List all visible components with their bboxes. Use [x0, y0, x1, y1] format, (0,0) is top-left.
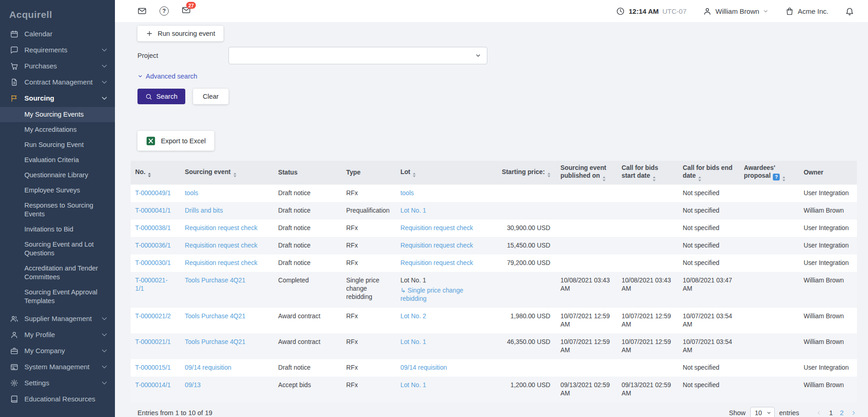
sort-icon [413, 173, 416, 178]
lot-link[interactable]: tools [400, 190, 414, 197]
advanced-search-toggle[interactable]: Advanced search [137, 73, 197, 80]
lot-link[interactable]: Requisition request check [400, 242, 473, 249]
sidebar-item-sourcing[interactable]: Sourcing [0, 90, 115, 106]
sourcing-event-link[interactable]: Tools Purchase 4Q21 [185, 338, 246, 345]
sourcing-event-number-link[interactable]: T-0000021/1 [135, 338, 171, 345]
cell-price [494, 185, 556, 202]
column-header-start[interactable]: Call for bids start date [617, 161, 678, 185]
column-header-price[interactable]: Starting price: [494, 161, 556, 185]
inbox-button[interactable]: 27 [182, 6, 191, 17]
sidebar-item-educational-resources[interactable]: Educational Resources [0, 391, 115, 407]
chevron-down-icon [763, 8, 769, 14]
sourcing-event-number-link[interactable]: T-0000049/1 [135, 190, 171, 197]
sourcing-event-link[interactable]: tools [185, 190, 198, 197]
cell-no: T-0000021/1 [131, 333, 180, 359]
cell-published [556, 359, 617, 377]
help-icon[interactable]: ? [160, 6, 169, 16]
clear-button[interactable]: Clear [193, 89, 228, 104]
sourcing-event-link[interactable]: Drills and bits [185, 207, 223, 214]
cell-status: Award contract [274, 308, 342, 333]
lot-link[interactable]: Requisition request check [400, 225, 473, 231]
cell-end: 10/07/2021 03:54 AM [678, 308, 739, 333]
sidebar-subitem-my-sourcing-events[interactable]: My Sourcing Events [0, 107, 115, 122]
company-name: Acme Inc. [798, 7, 828, 15]
column-header-lot[interactable]: Lot [396, 161, 494, 185]
next-page-button[interactable] [851, 410, 857, 416]
column-header-published[interactable]: Sourcing event published on [556, 161, 617, 185]
cell-no: T-0000030/1 [131, 254, 180, 272]
sidebar-item-purchases[interactable]: Purchases [0, 58, 115, 74]
export-to-excel-button[interactable]: Export to Excel [137, 131, 214, 151]
cell-price: 15,450.00 USD [494, 237, 556, 254]
sourcing-event-number-link[interactable]: T-0000041/1 [135, 207, 171, 214]
sourcing-event-number-link[interactable]: T-0000038/1 [135, 225, 171, 231]
sidebar-item-contract-management[interactable]: Contract Management [0, 74, 115, 90]
sidebar-subitem-my-accreditations[interactable]: My Accreditations [0, 122, 115, 137]
cell-start: 10/08/2021 03:43 AM [617, 272, 678, 308]
sidebar-item-settings[interactable]: Settings [0, 375, 115, 391]
page-button-1[interactable]: 1 [829, 409, 833, 417]
column-header-no[interactable]: No. [131, 161, 180, 185]
sidebar-subitem-responses-to-sourcing-events[interactable]: Responses to Sourcing Events [0, 198, 115, 222]
sourcing-event-number-link[interactable]: T-0000015/1 [135, 364, 171, 371]
cell-lot: Lot No. 2 [396, 308, 494, 333]
cell-start: 10/07/2021 12:59 AM [617, 333, 678, 359]
sidebar-subitem-evaluation-criteria[interactable]: Evaluation Criteria [0, 152, 115, 168]
sourcing-event-link[interactable]: 09/14 requisition [185, 364, 231, 371]
sidebar-item-system-management[interactable]: System Management [0, 359, 115, 375]
sidebar-item-requirements[interactable]: Requirements [0, 42, 115, 58]
sidebar-subitem-sourcing-event-and-lot-questions[interactable]: Sourcing Event and Lot Questions [0, 237, 115, 261]
clock-display: 12:14 AM UTC-07 [616, 7, 686, 16]
sidebar-subitem-invitations-to-bid[interactable]: Invitations to Bid [0, 222, 115, 237]
bell-icon[interactable] [845, 6, 854, 16]
help-icon[interactable]: ? [773, 174, 780, 180]
pagination-controls: Show 10 entries 12 [729, 407, 857, 417]
sidebar-subitem-run-sourcing-event[interactable]: Run Sourcing Event [0, 137, 115, 152]
lot-link[interactable]: Requisition request check [400, 259, 473, 266]
timezone: UTC-07 [662, 7, 687, 15]
sidebar-subitem-sourcing-event-approval-templates[interactable]: Sourcing Event Approval Templates [0, 285, 115, 309]
column-header-end[interactable]: Call for bids end date [678, 161, 739, 185]
main-area: ? 27 12:14 AM UTC-07 [115, 0, 868, 417]
column-header-event[interactable]: Sourcing event [180, 161, 274, 185]
cell-start [617, 254, 678, 272]
user-menu[interactable]: William Brown [703, 7, 769, 16]
sourcing-event-link[interactable]: Requisition request check [185, 242, 257, 249]
sourcing-event-number-link[interactable]: T-0000014/1 [135, 382, 171, 389]
sidebar-item-my-profile[interactable]: My Profile [0, 327, 115, 343]
company-menu[interactable]: Acme Inc. [785, 7, 828, 16]
sourcing-event-number-link[interactable]: T-0000021/2 [135, 313, 171, 320]
page-button-2[interactable]: 2 [840, 409, 844, 417]
sourcing-event-number-link[interactable]: T-0000030/1 [135, 259, 171, 266]
sourcing-event-link[interactable]: Requisition request check [185, 225, 257, 231]
sidebar-item-supplier-management[interactable]: Supplier Management [0, 310, 115, 327]
lot-link[interactable]: Lot No. 1 [400, 207, 426, 214]
lot-text: Lot No. 1 [400, 277, 426, 284]
sourcing-event-link[interactable]: Tools Purchase 4Q21 [185, 277, 246, 284]
cell-type: RFx [342, 220, 396, 237]
search-button[interactable]: Search [137, 89, 185, 104]
sourcing-event-link[interactable]: 09/13 [185, 382, 201, 389]
sidebar-subitem-accreditation-and-tender-committees[interactable]: Accreditation and Tender Committees [0, 261, 115, 285]
cell-price: 79,200.00 USD [494, 254, 556, 272]
lot-link[interactable]: Lot No. 1 [400, 338, 426, 345]
sidebar-subitem-questionnaire-library[interactable]: Questionnaire Library [0, 168, 115, 183]
sourcing-event-number-link[interactable]: T-0000021-1/1 [135, 277, 168, 292]
column-header-awardees[interactable]: Awardees' proposal? [739, 161, 799, 185]
lot-rebid-link[interactable]: ↳Single price change rebidding [400, 287, 490, 303]
sourcing-event-number-link[interactable]: T-0000036/1 [135, 242, 171, 249]
sidebar-item-my-company[interactable]: My Company [0, 343, 115, 359]
sidebar-item-calendar[interactable]: Calendar [0, 26, 115, 42]
sidebar-item-label: Contract Management [24, 78, 100, 86]
sidebar-subitem-employee-surveys[interactable]: Employee Surveys [0, 183, 115, 198]
run-sourcing-event-button[interactable]: Run sourcing event [137, 26, 223, 41]
mail-icon[interactable] [137, 6, 147, 16]
project-select[interactable] [228, 47, 487, 64]
lot-link[interactable]: Lot No. 1 [400, 382, 426, 389]
sourcing-event-link[interactable]: Tools Purchase 4Q21 [185, 313, 246, 320]
lot-link[interactable]: Lot No. 2 [400, 313, 426, 320]
lot-link[interactable]: 09/14 requisition [400, 364, 447, 371]
cell-type: RFx [342, 185, 396, 202]
sourcing-event-link[interactable]: Requisition request check [185, 259, 257, 266]
page-size-select[interactable]: 10 [750, 407, 775, 417]
